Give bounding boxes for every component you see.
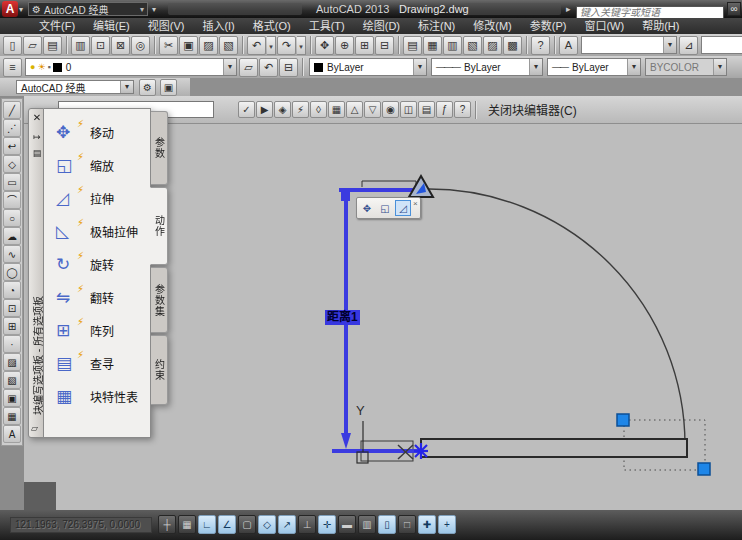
logo-dropdown-icon[interactable]: ▾ — [19, 5, 23, 14]
gradient-button[interactable]: ▧ — [3, 371, 21, 389]
color-combo[interactable]: ByLayer ▾ — [309, 58, 427, 76]
linetype-combo[interactable]: ——— ByLayer ▾ — [431, 58, 543, 76]
menu-help[interactable]: 帮助(H) — [633, 18, 688, 34]
parameter-manager-button[interactable]: ▤ — [418, 101, 435, 118]
osnap-3d-toggle[interactable]: ◇ — [258, 515, 276, 534]
action-stretch-button[interactable]: ◿ — [395, 200, 411, 216]
layer-previous-button[interactable]: ↶ — [259, 58, 278, 77]
dim-style-combo[interactable]: ▾ — [701, 36, 742, 54]
construction-line-button[interactable]: ⋰ — [3, 119, 21, 137]
publish-button[interactable]: ⊠ — [111, 36, 130, 55]
tab-constraints[interactable]: 约束 — [151, 335, 168, 405]
menu-draw[interactable]: 绘图(D) — [354, 18, 409, 34]
fx-button[interactable]: ƒ — [436, 101, 453, 118]
menu-edit[interactable]: 编辑(E) — [84, 18, 139, 34]
palette-item-stretch[interactable]: ◿ ⚡ 拉伸 — [44, 182, 150, 215]
quick-properties-toggle[interactable]: ▯ — [378, 515, 396, 534]
workspace-save-button[interactable]: ▣ — [160, 79, 177, 96]
cut-button[interactable]: ✂ — [159, 36, 178, 55]
properties-button[interactable]: ▤ — [403, 36, 422, 55]
quickcalc-button[interactable]: ▩ — [503, 36, 522, 55]
palette-item-array[interactable]: ⊞ ⚡ 阵列 — [44, 314, 150, 347]
undo-button[interactable]: ↶ — [247, 36, 266, 55]
make-layer-current-button[interactable]: ▱ — [239, 58, 258, 77]
zoom-window-button[interactable]: ⊞ — [355, 36, 374, 55]
plot-preview-button[interactable]: ⊡ — [91, 36, 110, 55]
mtext-button[interactable]: A — [3, 425, 21, 443]
lineweight-toggle[interactable]: ▬ — [338, 515, 356, 534]
plot-button[interactable]: ▥ — [71, 36, 90, 55]
polar-toggle[interactable]: ∠ — [218, 515, 236, 534]
action-move-button[interactable]: ✥ — [359, 200, 375, 216]
polygon-button[interactable]: ◇ — [3, 155, 21, 173]
properties-menu-icon[interactable]: ▤ — [31, 147, 43, 159]
coordinate-readout[interactable]: 121.1963, 726.3975, 0.0000 — [10, 517, 152, 533]
authoring-palettes-button[interactable]: ◫ — [400, 101, 417, 118]
menu-window[interactable]: 窗口(W) — [575, 18, 633, 34]
tab-parameter-sets[interactable]: 参数集 — [151, 267, 168, 333]
visibility-button[interactable]: ◉ — [382, 101, 399, 118]
layer-properties-button[interactable]: ≡ — [3, 58, 22, 77]
action-scale-button[interactable]: ◱ — [377, 200, 393, 216]
copy-button[interactable]: ▣ — [179, 36, 198, 55]
redo-dropdown[interactable]: ▾ — [297, 36, 306, 55]
ellipse-button[interactable]: ◯ — [3, 263, 21, 281]
palette-item-rotate[interactable]: ↻ ⚡ 旋转 — [44, 248, 150, 281]
save-block-button[interactable]: ✓ — [238, 101, 255, 118]
insert-block-button[interactable]: ⊡ — [3, 299, 21, 317]
hatch-button[interactable]: ▨ — [3, 353, 21, 371]
block-table-button[interactable]: ▦ — [328, 101, 345, 118]
open-button[interactable]: ▱ — [23, 36, 42, 55]
define-attribute-button[interactable]: ◊ — [310, 101, 327, 118]
palette-item-lookup[interactable]: ▤ ⚡ 查寻 — [44, 347, 150, 380]
palette-title-bar[interactable]: ✕ ↦ ▤ 块编写选项板 - 所有选项板 ▱ — [28, 108, 44, 438]
snap-toggle[interactable]: ┼ — [158, 515, 176, 534]
menu-dimension[interactable]: 标注(N) — [409, 18, 464, 34]
grid-toggle[interactable]: ▦ — [178, 515, 196, 534]
dim-style-button[interactable]: ⊿ — [679, 36, 698, 55]
table-button[interactable]: ▦ — [3, 407, 21, 425]
circle-button[interactable]: ○ — [3, 209, 21, 227]
line-button[interactable]: ╱ — [3, 101, 21, 119]
distance-parameter-label[interactable]: 距离1 — [325, 310, 360, 325]
customization-toggle[interactable]: + — [438, 515, 456, 534]
new-button[interactable]: ▯ — [3, 36, 22, 55]
menu-parametric[interactable]: 参数(P) — [521, 18, 576, 34]
text-style-combo[interactable]: ▾ — [581, 36, 677, 54]
lineweight-combo[interactable]: —— ByLayer ▾ — [547, 58, 641, 76]
transparency-toggle[interactable]: ▥ — [358, 515, 376, 534]
annotation-monitor-toggle[interactable]: ✚ — [418, 515, 436, 534]
search-binoculars-icon[interactable]: ∞ — [727, 2, 741, 16]
polyline-button[interactable]: ↩ — [3, 137, 21, 155]
palette-item-polar-stretch[interactable]: ◺ ⚡ 极轴拉伸 — [44, 215, 150, 248]
spline-button[interactable]: ∿ — [3, 245, 21, 263]
zoom-realtime-button[interactable]: ⊕ — [335, 36, 354, 55]
match-properties-button[interactable]: ▧ — [219, 36, 238, 55]
workspaces-combo[interactable]: AutoCAD 经典 ▾ — [16, 80, 134, 94]
palette-item-move[interactable]: ✥ ⚡ 移动 — [44, 116, 150, 149]
markup-button[interactable]: ▨ — [483, 36, 502, 55]
text-style-button[interactable]: A — [559, 36, 578, 55]
osnap-toggle[interactable]: ▢ — [238, 515, 256, 534]
revision-cloud-button[interactable]: ☁ — [3, 227, 21, 245]
menu-insert[interactable]: 插入(I) — [193, 18, 243, 34]
constraint-bar-button[interactable]: ▽ — [364, 101, 381, 118]
ellipse-arc-button[interactable]: ◔ — [3, 281, 21, 299]
selection-cycling-toggle[interactable]: □ — [398, 515, 416, 534]
tool-palettes-button[interactable]: ▥ — [443, 36, 462, 55]
redo-button[interactable]: ↷ — [277, 36, 296, 55]
region-button[interactable]: ▣ — [3, 389, 21, 407]
layer-states-button[interactable]: ⊟ — [279, 58, 298, 77]
menu-format[interactable]: 格式(O) — [244, 18, 300, 34]
autohide-icon[interactable]: ↦ — [31, 131, 43, 143]
tab-parameters[interactable]: 参数 — [151, 111, 168, 185]
palette-item-block-table[interactable]: ▦ 块特性表 — [44, 380, 150, 413]
layer-combo[interactable]: ● ☀ ▪ 0 ▾ — [25, 58, 237, 76]
ducs-toggle[interactable]: ⊥ — [298, 515, 316, 534]
autocad-logo-icon[interactable]: A — [2, 1, 18, 17]
palette-item-scale[interactable]: ◱ ⚡ 缩放 — [44, 149, 150, 182]
designcenter-button[interactable]: ▦ — [423, 36, 442, 55]
rectangle-button[interactable]: ▭ — [3, 173, 21, 191]
zoom-previous-button[interactable]: ⊟ — [375, 36, 394, 55]
paste-button[interactable]: ▨ — [199, 36, 218, 55]
